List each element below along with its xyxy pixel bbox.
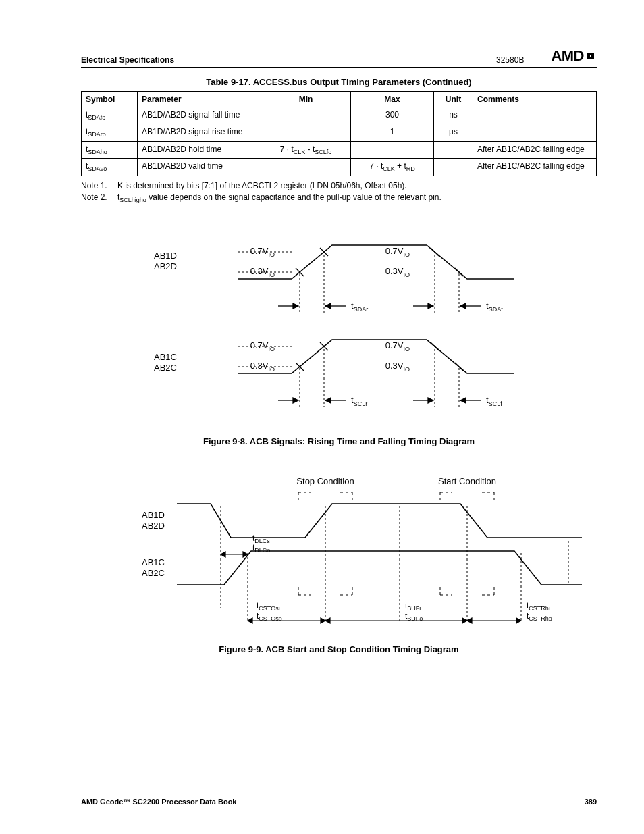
- svg-text:Stop Condition: Stop Condition: [296, 476, 354, 486]
- col-parameter: Parameter: [138, 92, 261, 107]
- svg-marker-22: [428, 303, 433, 309]
- svg-text:AB1D: AB1D: [142, 510, 165, 520]
- table-row: tSDAfoAB1D/AB2D signal fall time300ns: [82, 107, 597, 124]
- timing-table: Symbol Parameter Min Max Unit Comments t…: [81, 91, 597, 176]
- svg-marker-68: [221, 552, 225, 557]
- figure-9-9: Stop Condition Start Condition AB1D AB2D…: [81, 473, 597, 654]
- table-row: tSDAhoAB1D/AB2D hold time7 · tCLK - tSCL…: [82, 141, 597, 158]
- svg-text:tSCLr: tSCLr: [351, 395, 367, 407]
- svg-text:tDLCs: tDLCs: [252, 533, 270, 544]
- table-row: tSDAvoAB1D/AB2D valid time7 · tCLK + tRD…: [82, 159, 597, 176]
- notes: Note 1. K is determined by bits [7:1] of…: [81, 180, 597, 205]
- table-title: Table 9-17. ACCESS.bus Output Timing Par…: [81, 77, 597, 87]
- svg-text:tSDAf: tSDAf: [486, 301, 503, 313]
- svg-text:AB2C: AB2C: [142, 568, 165, 578]
- svg-text:0.7VIO: 0.7VIO: [385, 340, 410, 353]
- col-max: Max: [351, 92, 434, 107]
- svg-marker-83: [467, 618, 472, 623]
- footer-right: 389: [585, 798, 597, 806]
- svg-text:AB1D: AB1D: [154, 251, 177, 261]
- svg-text:tCSTRho: tCSTRho: [527, 611, 552, 622]
- svg-text:tDLCo: tDLCo: [252, 543, 270, 554]
- diagram-acb-rise-fall: AB1D AB2D 0.7VIO 0.3VIO: [136, 232, 568, 427]
- brand-logo: AMD: [551, 47, 597, 65]
- figure-9-8-caption: Figure 9-8. ACB Signals: Rising Time and…: [81, 436, 597, 446]
- footer-left: AMD Geode™ SC2200 Processor Data Book: [81, 798, 236, 806]
- svg-marker-78: [325, 618, 330, 623]
- svg-marker-73: [248, 618, 252, 623]
- section-title: Electrical Specifications: [81, 55, 174, 65]
- svg-marker-24: [460, 303, 466, 309]
- col-min: Min: [261, 92, 351, 107]
- svg-text:0.7VIO: 0.7VIO: [385, 246, 410, 258]
- svg-text:AB1C: AB1C: [142, 557, 165, 567]
- svg-text:0.3VIO: 0.3VIO: [250, 266, 275, 278]
- svg-text:AB2D: AB2D: [154, 261, 177, 271]
- svg-marker-19: [325, 303, 331, 309]
- svg-marker-45: [325, 398, 331, 403]
- doc-id: 32580B: [496, 55, 524, 65]
- svg-text:tSDAr: tSDAr: [351, 301, 368, 313]
- svg-text:0.3VIO: 0.3VIO: [385, 361, 410, 373]
- svg-marker-84: [516, 618, 521, 623]
- col-comments: Comments: [473, 92, 597, 107]
- note1-text: K is determined by bits [7:1] of the ACB…: [117, 180, 407, 192]
- svg-marker-17: [293, 303, 298, 309]
- col-unit: Unit: [434, 92, 473, 107]
- svg-text:tCSTRhi: tCSTRhi: [527, 601, 550, 612]
- svg-text:AB1C: AB1C: [154, 352, 177, 362]
- svg-text:0.3VIO: 0.3VIO: [250, 361, 275, 373]
- svg-text:0.3VIO: 0.3VIO: [385, 266, 410, 278]
- note2-label: Note 2.: [81, 192, 117, 205]
- page-footer: AMD Geode™ SC2200 Processor Data Book 38…: [81, 793, 597, 806]
- svg-text:tCSTOsi: tCSTOsi: [257, 601, 280, 612]
- page-header: Electrical Specifications 32580B AMD: [81, 47, 597, 68]
- note2-text: tSCLhigho value depends on the signal ca…: [117, 192, 441, 205]
- col-symbol: Symbol: [82, 92, 138, 107]
- diagram-acb-start-stop: Stop Condition Start Condition AB1D AB2D…: [136, 473, 609, 635]
- svg-marker-48: [428, 398, 433, 403]
- amd-arrow-icon: [585, 50, 597, 62]
- svg-text:0.7VIO: 0.7VIO: [250, 246, 275, 258]
- table-row: tSDAroAB1D/AB2D signal rise time1µs: [82, 124, 597, 141]
- svg-marker-43: [293, 398, 298, 403]
- figure-9-9-caption: Figure 9-9. ACB Start and Stop Condition…: [81, 644, 597, 654]
- svg-text:AB2D: AB2D: [142, 521, 165, 531]
- figure-9-8: AB1D AB2D 0.7VIO 0.3VIO: [81, 232, 597, 446]
- svg-marker-50: [460, 398, 466, 403]
- svg-text:tBUFi: tBUFi: [405, 601, 421, 612]
- svg-text:0.7VIO: 0.7VIO: [250, 340, 275, 353]
- svg-text:Start Condition: Start Condition: [438, 476, 496, 486]
- note1-label: Note 1.: [81, 180, 117, 192]
- svg-text:tSCLf: tSCLf: [486, 395, 502, 407]
- svg-text:AB2C: AB2C: [154, 363, 177, 373]
